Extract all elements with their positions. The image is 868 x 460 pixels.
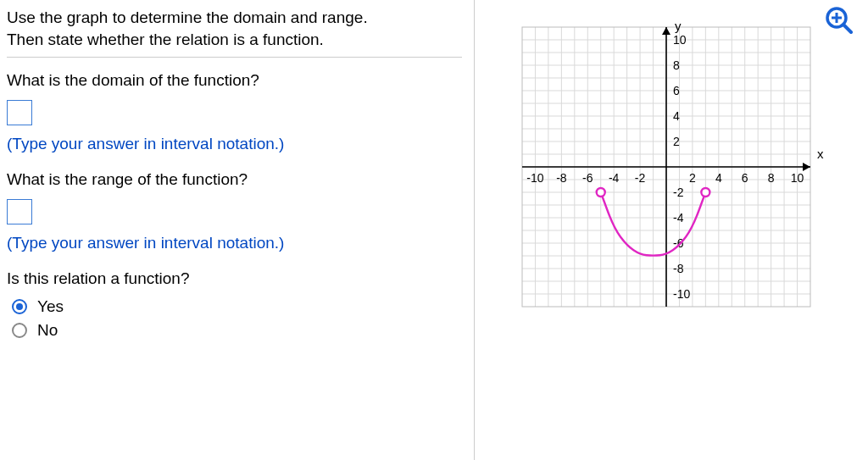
prompt-line-1: Use the graph to determine the domain an… (7, 7, 462, 29)
svg-text:y: y (675, 19, 682, 33)
svg-text:-8: -8 (673, 262, 684, 275)
coordinate-graph: -10-8-6-4-2246810-10-8-6-4-2246810xy (497, 19, 836, 332)
svg-text:-2: -2 (673, 186, 684, 199)
svg-text:-6: -6 (582, 171, 593, 185)
svg-text:-4: -4 (609, 171, 620, 185)
svg-text:6: 6 (742, 171, 748, 185)
svg-text:4: 4 (673, 109, 680, 123)
svg-text:10: 10 (791, 171, 804, 185)
radio-no-label: No (37, 321, 58, 340)
svg-text:-10: -10 (673, 287, 690, 301)
graph-panel: -10-8-6-4-2246810-10-8-6-4-2246810xy (475, 0, 868, 460)
svg-text:2: 2 (673, 135, 680, 148)
page: Use the graph to determine the domain an… (0, 0, 868, 460)
svg-text:-2: -2 (635, 171, 646, 185)
radio-yes[interactable] (12, 299, 27, 314)
svg-text:-4: -4 (673, 211, 684, 224)
svg-text:2: 2 (689, 171, 696, 185)
question-panel: Use the graph to determine the domain an… (0, 0, 475, 460)
radio-selected-dot (16, 303, 23, 310)
isfunction-question-label: Is this relation a function? (7, 268, 462, 290)
range-answer-input[interactable] (7, 199, 32, 224)
svg-text:6: 6 (673, 84, 680, 97)
svg-text:x: x (817, 147, 824, 161)
svg-marker-49 (803, 163, 810, 171)
svg-point-74 (701, 188, 709, 197)
domain-question-label: What is the domain of the function? (7, 69, 462, 91)
svg-text:-8: -8 (556, 171, 567, 185)
radio-row-yes: Yes (12, 297, 462, 316)
svg-text:10: 10 (673, 33, 687, 47)
radio-yes-label: Yes (37, 297, 64, 316)
domain-hint: (Type your answer in interval notation.) (7, 135, 462, 153)
svg-text:8: 8 (768, 171, 775, 185)
prompt-block: Use the graph to determine the domain an… (7, 7, 462, 58)
svg-text:-10: -10 (526, 171, 543, 185)
svg-text:8: 8 (673, 58, 680, 72)
svg-line-3 (843, 25, 851, 32)
range-hint: (Type your answer in interval notation.) (7, 234, 462, 252)
radio-no[interactable] (12, 323, 27, 338)
svg-text:4: 4 (715, 171, 722, 185)
prompt-line-2: Then state whether the relation is a fun… (7, 29, 462, 51)
svg-marker-50 (662, 27, 670, 35)
radio-row-no: No (12, 321, 462, 340)
domain-answer-input[interactable] (7, 100, 32, 125)
svg-point-73 (597, 188, 605, 197)
range-question-label: What is the range of the function? (7, 169, 462, 191)
